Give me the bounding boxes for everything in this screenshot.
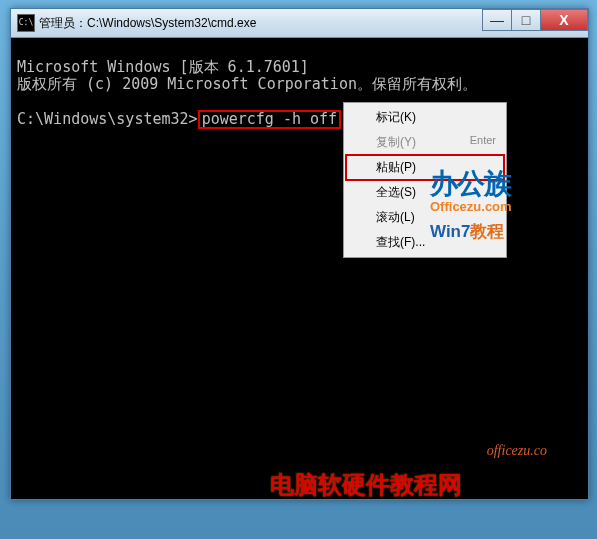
menu-item-5[interactable]: 查找(F)...: [346, 230, 504, 255]
menu-item-2[interactable]: 粘贴(P): [346, 155, 504, 180]
titlebar: C:\ 管理员：C:\Windows\System32\cmd.exe — □ …: [11, 9, 588, 38]
context-menu: 标记(K)复制(Y)Enter粘贴(P)全选(S)滚动(L)查找(F)...: [343, 102, 507, 258]
menu-item-label: 标记(K): [376, 109, 416, 126]
close-button[interactable]: X: [540, 9, 588, 31]
terminal-command: powercfg -h off: [198, 110, 341, 129]
terminal-prompt: C:\Windows\system32>: [17, 110, 198, 128]
menu-item-label: 粘贴(P): [376, 159, 416, 176]
menu-item-label: 复制(Y): [376, 134, 416, 151]
window-buttons: — □ X: [483, 9, 588, 31]
maximize-button[interactable]: □: [511, 9, 541, 31]
menu-item-0[interactable]: 标记(K): [346, 105, 504, 130]
cmd-icon-label: C:\: [19, 19, 33, 27]
menu-item-label: 查找(F)...: [376, 234, 425, 251]
menu-item-label: 全选(S): [376, 184, 416, 201]
menu-item-3[interactable]: 全选(S): [346, 180, 504, 205]
cmd-icon: C:\: [17, 14, 35, 32]
terminal-line: 版权所有 (c) 2009 Microsoft Corporation。保留所有…: [17, 75, 477, 93]
menu-item-4[interactable]: 滚动(L): [346, 205, 504, 230]
menu-item-label: 滚动(L): [376, 209, 415, 226]
window-title: 管理员：C:\Windows\System32\cmd.exe: [39, 15, 256, 32]
minimize-button[interactable]: —: [482, 9, 512, 31]
terminal-line: Microsoft Windows [版本 6.1.7601]: [17, 58, 309, 76]
menu-item-1: 复制(Y)Enter: [346, 130, 504, 155]
menu-item-shortcut: Enter: [470, 134, 496, 151]
